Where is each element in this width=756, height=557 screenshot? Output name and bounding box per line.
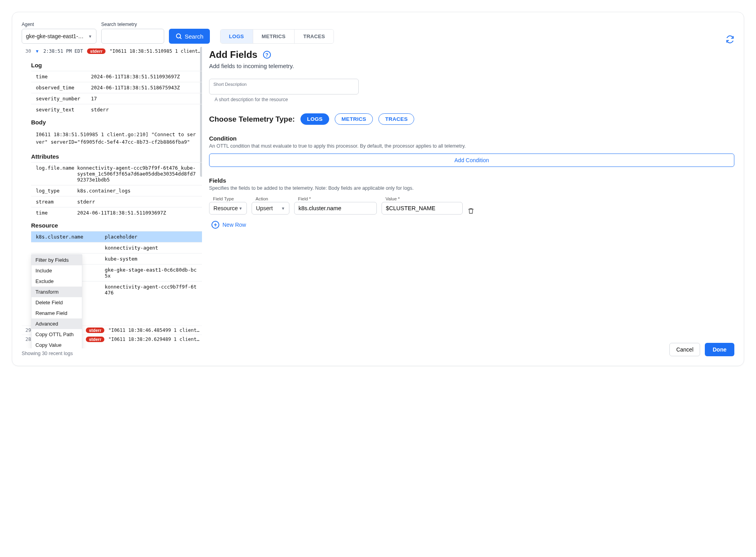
ctx-filter-heading: Filter by Fields: [32, 255, 82, 265]
field-name-input[interactable]: [294, 202, 377, 215]
row-index: 30: [22, 48, 31, 54]
context-menu: Filter by Fields Include Exclude Transfo…: [31, 254, 82, 348]
tab-traces[interactable]: TRACES: [295, 30, 334, 43]
kv-stream[interactable]: streamstderr: [31, 196, 202, 207]
done-button[interactable]: Done: [705, 343, 734, 356]
field-type-value: Resource: [213, 205, 238, 211]
kv-time[interactable]: time2024-06-11T18:38:51.511093697Z: [31, 71, 202, 82]
search-input[interactable]: [101, 29, 164, 44]
search-icon: [175, 33, 182, 40]
kv-severity-text[interactable]: severity_textstderr: [31, 104, 202, 115]
app-container: Agent gke-gke-stage-east1-… ▼ Search tel…: [12, 12, 744, 366]
value-input[interactable]: [382, 202, 463, 215]
section-body: Body: [31, 119, 202, 126]
caret-down-icon: ▼: [88, 34, 92, 39]
add-condition-button[interactable]: Add Condition: [209, 154, 734, 167]
ctx-include[interactable]: Include: [32, 265, 82, 276]
row-body-summary: "I0611 18:38:46.485499 1 client…: [108, 328, 202, 333]
status-bar: Showing 30 recent logs: [22, 348, 202, 356]
severity-pill: stderr: [86, 328, 104, 333]
search-label: Search telemetry: [101, 22, 164, 27]
caret-down-icon: ▼: [239, 206, 243, 211]
short-description-input[interactable]: Short Description: [209, 79, 359, 94]
right-pane: Add Fields ? Add fields to incoming tele…: [209, 47, 734, 356]
ctx-transform-heading: Transform: [32, 287, 82, 297]
row-body-summary: "I0611 18:38:51.510985 1 client…: [109, 48, 202, 54]
field-type-col: Field Type Resource ▼: [209, 196, 247, 215]
field-type-label: Field Type: [213, 196, 247, 201]
field-type-select[interactable]: Resource ▼: [209, 202, 247, 215]
short-description-hint: A short description for the resource: [215, 97, 734, 102]
kv-severity-number[interactable]: severity_number17: [31, 93, 202, 104]
chevron-down-icon[interactable]: ▼: [35, 49, 39, 54]
page-subtitle: Add fields to incoming telemetry.: [209, 63, 734, 69]
agent-group: Agent gke-gke-stage-east1-… ▼: [22, 22, 96, 44]
fields-desc: Specifies the fields to be added to the …: [209, 185, 734, 191]
log-row-30[interactable]: 30 ▼ 2:38:51 PM EDT stderr "I0611 18:38:…: [22, 47, 202, 56]
agent-value: gke-gke-stage-east1-…: [26, 33, 83, 39]
log-list[interactable]: 30 ▼ 2:38:51 PM EDT stderr "I0611 18:38:…: [22, 47, 202, 348]
agent-label: Agent: [22, 22, 96, 27]
row-index: 29: [22, 328, 31, 333]
severity-pill: stderr: [87, 48, 106, 54]
short-description-label: Short Description: [213, 82, 246, 87]
field-col: Field *: [294, 196, 377, 215]
ctx-copy-ottl[interactable]: Copy OTTL Path: [32, 329, 82, 340]
ctx-exclude[interactable]: Exclude: [32, 276, 82, 287]
kv-observed-time[interactable]: observed_time2024-06-11T18:38:51.5186759…: [31, 82, 202, 93]
agent-select[interactable]: gke-gke-stage-east1-… ▼: [22, 29, 96, 44]
svg-line-1: [180, 37, 181, 39]
action-label: Action: [256, 196, 289, 201]
action-value: Upsert: [256, 205, 273, 211]
tab-metrics[interactable]: METRICS: [253, 30, 295, 43]
tab-logs[interactable]: LOGS: [220, 30, 253, 43]
body-text[interactable]: I0611 18:38:51.510985 1 client.go:210] "…: [31, 128, 202, 149]
kv-attr-time[interactable]: time2024-06-11T18:38:51.511093697Z: [31, 207, 202, 218]
action-col: Action Upsert ▼: [252, 196, 289, 215]
telemetry-tabs: LOGS METRICS TRACES: [220, 29, 334, 44]
search-button-label: Search: [185, 33, 204, 40]
value-col: Value *: [382, 196, 463, 215]
ctx-rename-field[interactable]: Rename Field: [32, 308, 82, 318]
type-pill-traces[interactable]: TRACES: [378, 113, 414, 125]
left-pane: 30 ▼ 2:38:51 PM EDT stderr "I0611 18:38:…: [22, 47, 202, 356]
ctx-delete-field[interactable]: Delete Field: [32, 297, 82, 308]
ctx-advanced-heading: Advanced: [32, 318, 82, 329]
kv-log-type[interactable]: log_typek8s.container_logs: [31, 185, 202, 196]
condition-desc: An OTTL condition that must evaluate to …: [209, 143, 734, 149]
kv-cluster-name[interactable]: k8s.cluster.nameplaceholder: [31, 231, 202, 242]
section-attributes: Attributes: [31, 153, 202, 160]
kv-resource-1[interactable]: konnectivity-agent: [31, 242, 202, 253]
title-row: Add Fields ?: [209, 49, 734, 60]
new-row-label: New Row: [222, 222, 246, 228]
caret-down-icon: ▼: [281, 206, 285, 211]
refresh-icon[interactable]: [726, 35, 734, 44]
footer-buttons: Cancel Done: [209, 343, 734, 356]
action-select[interactable]: Upsert ▼: [252, 202, 289, 215]
section-log: Log: [31, 62, 202, 68]
fields-row: Field Type Resource ▼ Action Upsert ▼ Fi…: [209, 196, 734, 215]
value-label: Value *: [385, 196, 463, 201]
type-pill-metrics[interactable]: METRICS: [335, 113, 373, 125]
log-expanded: Log time2024-06-11T18:38:51.511093697Z o…: [22, 56, 202, 326]
telemetry-type-row: Choose Telemetry Type: LOGS METRICS TRAC…: [209, 113, 734, 125]
choose-type-label: Choose Telemetry Type:: [209, 115, 295, 124]
help-icon[interactable]: ?: [263, 51, 271, 59]
severity-pill: stderr: [86, 337, 104, 342]
cancel-button[interactable]: Cancel: [669, 343, 700, 356]
search-group: Search telemetry: [101, 22, 164, 44]
new-row-button[interactable]: + New Row: [211, 221, 734, 229]
page-title: Add Fields: [209, 49, 258, 60]
row-timestamp: 2:38:51 PM EDT: [43, 48, 83, 54]
trash-icon[interactable]: [467, 207, 474, 215]
search-button[interactable]: Search: [169, 29, 210, 44]
row-index: 28: [22, 337, 31, 342]
ctx-copy-value[interactable]: Copy Value: [32, 340, 82, 348]
type-pill-logs[interactable]: LOGS: [300, 113, 329, 125]
kv-log-file-name[interactable]: log.file.namekonnectivity-agent-ccc9b7f9…: [31, 162, 202, 185]
svg-point-0: [176, 34, 181, 38]
topbar: Agent gke-gke-stage-east1-… ▼ Search tel…: [22, 22, 734, 44]
row-body-summary: "I0611 18:38:20.629489 1 client…: [108, 337, 202, 342]
section-resource: Resource: [31, 222, 202, 229]
plus-icon: +: [211, 221, 219, 229]
